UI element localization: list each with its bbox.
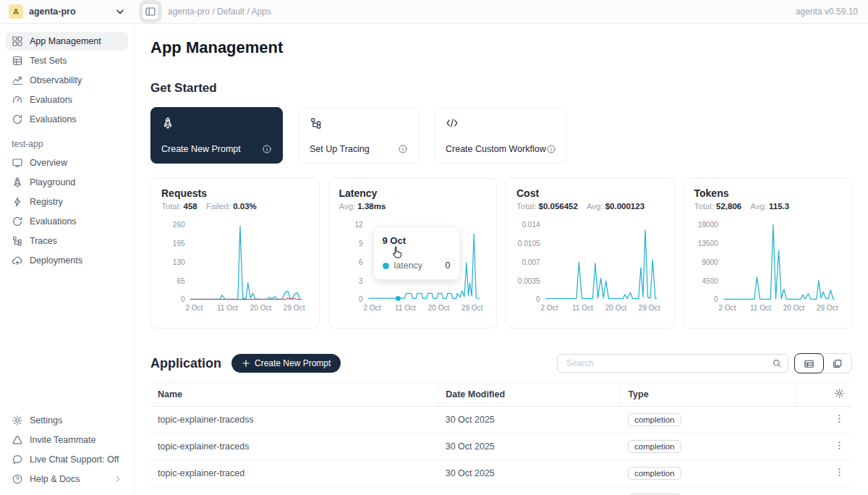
chevron-down-icon	[114, 6, 126, 17]
gear-icon	[12, 415, 23, 426]
sidebar-item-observability[interactable]: Observability	[6, 71, 128, 90]
row-actions-button[interactable]	[834, 413, 845, 426]
sidebar-item-playground[interactable]: Playground	[6, 173, 128, 192]
get-started-card-create-new-prompt[interactable]: Create New Prompt	[150, 107, 283, 164]
card-view-button[interactable]	[823, 354, 851, 373]
sidebar-item-label: Test Sets	[30, 56, 67, 66]
cloud-icon	[12, 255, 23, 266]
sidebar-item-evaluations[interactable]: Evaluations	[6, 212, 128, 231]
svg-text:11 Oct: 11 Oct	[395, 304, 416, 312]
stat-meta-label: Avg:	[339, 202, 356, 211]
app-name-cell: topic-explainer-traceds	[150, 433, 438, 460]
stat-card-title: Requests	[161, 187, 309, 199]
row-actions-button[interactable]	[834, 467, 845, 480]
sidebar-item-help-docs[interactable]: Help & Docs	[6, 470, 128, 488]
sidebar-item-overview[interactable]: Overview	[6, 153, 128, 172]
svg-text:9000: 9000	[702, 258, 718, 266]
stat-card-title: Latency	[339, 187, 487, 199]
dots-vertical-icon	[834, 413, 845, 424]
get-started-card-label: Set Up Tracing	[310, 144, 370, 154]
stat-meta-label: Avg:	[750, 202, 767, 211]
stat-meta-value: 458	[184, 202, 197, 211]
table-row-topic-explainer-tracedss[interactable]: topic-explainer-tracedss30 Oct 2025compl…	[150, 407, 852, 433]
gauge-icon	[12, 94, 23, 106]
requests-chart[interactable]: 2601951306502 Oct11 Oct20 Oct29 Oct	[161, 213, 309, 321]
sidebar-item-deployments[interactable]: Deployments	[6, 251, 128, 270]
stat-meta-label: Total:	[694, 202, 715, 211]
chart-line-icon	[12, 75, 23, 86]
workspace-selector[interactable]: A agenta-pro	[0, 4, 135, 19]
create-new-prompt-button[interactable]: Create New Prompt	[231, 354, 341, 373]
sidebar-section-label: test-app	[0, 130, 134, 153]
sidebar-item-traces[interactable]: Traces	[6, 232, 128, 250]
tooltip-title: 9 Oct	[383, 235, 451, 246]
sidebar-item-registry[interactable]: Registry	[6, 192, 128, 211]
get-started-card-set-up-tracing[interactable]: Set Up Tracing	[299, 107, 419, 164]
get-started-card-create-custom-workflow[interactable]: Create Custom Workflow	[435, 107, 567, 164]
svg-text:3: 3	[359, 277, 363, 285]
svg-text:260: 260	[173, 221, 185, 229]
row-actions-button[interactable]	[834, 440, 845, 453]
search-input[interactable]	[565, 358, 772, 369]
svg-text:0: 0	[359, 295, 363, 303]
question-circle-icon	[12, 473, 23, 485]
table-row-topic-explainer-traced[interactable]: topic-explainer-traced30 Oct 2025complet…	[150, 460, 852, 487]
sidebar: App ManagementTest SetsObservabilityEval…	[0, 24, 135, 495]
stat-meta: Total:$0.056452Avg:$0.000123	[516, 202, 664, 211]
app-name-cell: topic-explainer-tracedss	[150, 407, 438, 433]
sidebar-item-live-chat-support-off[interactable]: Live Chat Support: Off	[6, 450, 128, 469]
grid-icon	[12, 35, 23, 47]
stat-meta-label: Total:	[161, 202, 182, 211]
svg-text:11 Oct: 11 Oct	[217, 304, 238, 312]
sidebar-item-app-management[interactable]: App Management	[6, 32, 128, 51]
stat-meta-value: 1.38ms	[357, 202, 386, 211]
sidebar-toggle-button[interactable]	[142, 3, 159, 20]
type-cell: completion	[621, 460, 796, 487]
svg-text:0.014: 0.014	[522, 221, 540, 229]
sidebar-item-label: Registry	[30, 197, 63, 207]
svg-text:29 Oct: 29 Oct	[639, 304, 660, 312]
tooltip-series-label: latency	[394, 261, 423, 271]
sidebar-item-label: Evaluations	[30, 114, 77, 124]
view-toggle	[794, 353, 852, 373]
svg-text:20 Oct: 20 Oct	[250, 304, 272, 312]
svg-text:2 Oct: 2 Oct	[540, 304, 558, 312]
search-box[interactable]	[557, 354, 788, 373]
sidebar-item-label: Playground	[30, 177, 75, 187]
breadcrumb: agenta-pro / Default / Apps	[168, 7, 271, 17]
table-view-button[interactable]	[794, 353, 824, 373]
refresh-circle-icon	[12, 216, 23, 227]
dots-vertical-icon	[834, 467, 845, 478]
tokens-chart[interactable]: 18000135009000450002 Oct11 Oct20 Oct29 O…	[694, 213, 842, 321]
stat-meta-value: $0.056452	[539, 202, 578, 211]
stat-meta-label: Failed:	[206, 202, 231, 211]
sidebar-app-nav: OverviewPlaygroundRegistryEvaluationsTra…	[0, 153, 134, 271]
sidebar-item-settings[interactable]: Settings	[6, 411, 128, 430]
stat-meta: Total:458Failed:0.03%	[161, 202, 309, 211]
stat-meta-label: Avg:	[587, 202, 603, 211]
table-row-topic-explainer-traceds[interactable]: topic-explainer-traceds30 Oct 2025comple…	[150, 433, 852, 460]
svg-text:0.007: 0.007	[522, 258, 540, 266]
gear-icon[interactable]	[834, 388, 845, 399]
svg-text:12: 12	[354, 221, 363, 229]
svg-text:29 Oct: 29 Oct	[816, 304, 838, 312]
cost-chart[interactable]: 0.0140.01050.0070.003502 Oct11 Oct20 Oct…	[516, 213, 664, 321]
stat-meta-label: Total:	[516, 202, 537, 211]
sidebar-item-label: Settings	[30, 415, 62, 426]
column-settings-header	[796, 383, 852, 407]
sidebar-item-invite-teammate[interactable]: Invite Teammate	[6, 431, 128, 449]
sidebar-item-evaluators[interactable]: Evaluators	[6, 90, 128, 109]
stat-card-title: Cost	[516, 187, 664, 199]
dots-vertical-icon	[834, 440, 845, 451]
search-icon[interactable]	[772, 358, 782, 368]
sidebar-item-evaluations[interactable]: Evaluations	[6, 110, 128, 129]
svg-text:0.0035: 0.0035	[518, 277, 540, 285]
info-icon	[398, 144, 408, 154]
create-new-prompt-label: Create New Prompt	[255, 358, 331, 368]
table-row-career-assessment[interactable]: career-assessment27 Oct 2025completion	[150, 487, 852, 495]
get-started-card-label: Create Custom Workflow	[446, 144, 546, 154]
date-modified-cell: 30 Oct 2025	[438, 460, 621, 487]
rocket-icon	[161, 117, 174, 130]
sidebar-item-test-sets[interactable]: Test Sets	[6, 51, 128, 70]
stat-meta: Total:52,806Avg:115.3	[694, 202, 842, 211]
